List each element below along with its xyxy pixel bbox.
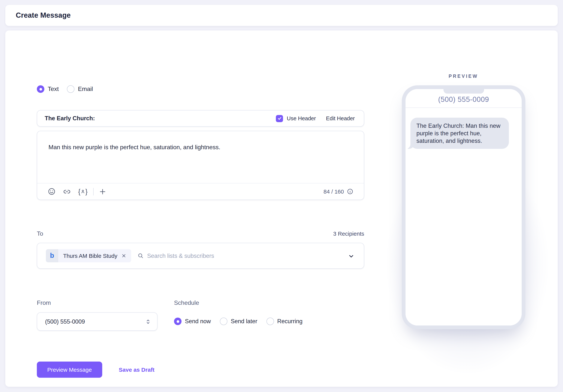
merge-field-icon[interactable]: { } [78,188,88,195]
message-body-field[interactable]: Man this new purple is the perfect hue, … [37,131,364,200]
chevron-down-icon[interactable] [348,253,354,259]
top-bar: Create Message [5,5,558,26]
radio-send-now[interactable] [174,317,181,325]
composer-card: Text Email Use Header Edit Header Man th… [5,30,558,387]
unfold-icon [145,318,151,325]
search-icon [138,253,143,259]
radio-type-text-label[interactable]: Text [48,86,59,92]
edit-header-link[interactable]: Edit Header [326,115,355,121]
page-title: Create Message [5,11,71,20]
remove-chip-icon[interactable] [121,253,126,258]
radio-send-later[interactable] [220,317,227,325]
message-bubble-text: The Early Church: Man this new purple is… [416,123,500,144]
emoji-icon[interactable] [48,188,56,195]
preview-heading: PREVIEW [426,74,501,79]
link-icon[interactable] [63,187,71,196]
radio-send-later-label[interactable]: Send later [231,318,257,325]
phone-header-divider [406,107,522,108]
message-body-text[interactable]: Man this new purple is the perfect hue, … [37,131,364,152]
recipient-search [138,252,346,259]
phone-mockup: (500) 555-0009 The Early Church: Man thi… [402,85,525,329]
schedule-group: Send now Send later Recurring [174,317,303,325]
radio-recurring-label[interactable]: Recurring [277,318,302,325]
radio-type-email[interactable] [67,85,75,93]
preview-message-button[interactable]: Preview Message [37,362,102,378]
schedule-label: Schedule [174,300,199,306]
message-toolbar: { } 84 / 160 [37,183,364,200]
phone-notch-icon [443,89,484,94]
radio-type-text[interactable] [37,85,44,93]
message-bubble: The Early Church: Man this new purple is… [410,118,509,149]
recipients-field[interactable]: b Thurs AM Bible Study [37,243,364,269]
add-icon[interactable] [99,188,106,195]
to-row: To 3 Recipients [37,230,364,237]
toolbar-divider [93,188,94,195]
recipient-chip-label: Thurs AM Bible Study [63,253,117,259]
save-as-draft-link[interactable]: Save as Draft [119,362,154,378]
from-select[interactable]: (500) 555-0009 [37,312,157,331]
recipients-count: 3 Recipients [333,230,364,237]
header-input[interactable] [45,115,276,122]
from-label: From [37,300,51,306]
message-type-group: Text Email [37,85,93,93]
info-icon[interactable] [347,188,353,195]
use-header-checkbox[interactable] [276,115,283,122]
to-label: To [37,230,43,237]
char-counter: 84 / 160 [324,188,344,195]
list-b-icon: b [46,249,58,262]
from-selected-value: (500) 555-0009 [45,318,145,325]
radio-recurring[interactable] [266,317,274,325]
check-icon [277,116,282,121]
create-message-page: Create Message Text Email Use Header Edi… [0,0,563,392]
header-field: Use Header Edit Header [37,110,364,127]
radio-send-now-label[interactable]: Send now [185,318,211,325]
use-header-label[interactable]: Use Header [287,115,316,121]
phone-screen: (500) 555-0009 The Early Church: Man thi… [406,89,522,326]
radio-type-email-label[interactable]: Email [78,86,93,92]
search-input[interactable] [147,252,346,259]
recipient-chip: b Thurs AM Bible Study [46,249,131,262]
char-counter-wrap: 84 / 160 [324,188,353,195]
